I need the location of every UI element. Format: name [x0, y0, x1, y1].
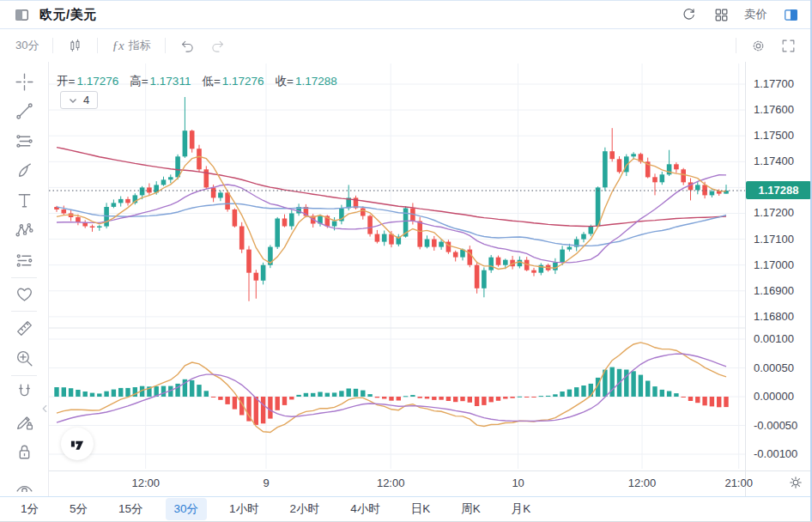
price-axis-label: 1.17000: [754, 258, 794, 271]
interval-tab-6[interactable]: 4小时: [342, 498, 389, 520]
trend-line-tool[interactable]: [9, 97, 39, 127]
time-axis-label: 10: [512, 476, 524, 489]
interval-tab-8[interactable]: 周K: [452, 498, 489, 520]
undo-icon[interactable]: [173, 34, 203, 58]
fullscreen-icon[interactable]: [773, 34, 803, 58]
toolbar-divider: [97, 38, 98, 53]
grid-lines: [49, 64, 745, 469]
interval-tab-5[interactable]: 2小时: [282, 498, 329, 520]
time-axis-label: 12:00: [131, 476, 160, 489]
interval-tab-1[interactable]: 5分: [61, 498, 96, 520]
ohlc-legend: 开=1.17276高=1.17311低=1.17276收=1.17288: [57, 74, 337, 89]
sidebar-divider: [11, 311, 37, 312]
last-price-badge: 1.17288: [746, 181, 811, 199]
macd-axis-label: 0.00000: [754, 390, 794, 403]
grid-layout-icon[interactable]: [712, 5, 730, 24]
price-axis-label: 1.17200: [754, 206, 794, 219]
legend-low: 低=1.17276: [202, 74, 264, 89]
window-top-border: [0, 0, 812, 1]
zoom-in-tool[interactable]: [9, 343, 39, 373]
price-axis-border: [745, 62, 746, 496]
macd-axis-label: -0.00100: [754, 447, 797, 460]
drawing-tools-sidebar: [0, 62, 49, 496]
price-axis-label: 1.17700: [754, 77, 794, 90]
candles-layer: [54, 97, 729, 301]
time-axis-border: [49, 470, 812, 471]
toolbar-divider: [736, 38, 736, 53]
time-axis-label: 21:00: [724, 476, 753, 489]
brush-tool[interactable]: [9, 156, 39, 186]
sidebar-collapse-chevron-icon[interactable]: [38, 398, 52, 421]
time-settings-icon[interactable]: [785, 472, 807, 495]
ma-count: 4: [83, 94, 89, 106]
toolbar-divider: [165, 38, 166, 53]
time-axis-label: 12:00: [377, 476, 405, 489]
toolbar-divider: [52, 38, 53, 53]
symbol-header: 欧元/美元 卖价: [0, 1, 812, 29]
price-axis-label: 1.17100: [754, 233, 794, 246]
interval-selector[interactable]: 30分: [9, 34, 45, 57]
interval-tab-3[interactable]: 30分: [166, 498, 208, 520]
macd-axis-label: -0.00050: [754, 419, 797, 432]
candle-style-icon[interactable]: [60, 34, 90, 58]
sell-price-label: 卖价: [744, 7, 767, 22]
chart-toolbar: 30分 ƒx 指标: [0, 29, 812, 62]
pencil-lock-tool[interactable]: [9, 407, 39, 437]
legend-open: 开=1.17276: [57, 74, 118, 89]
price-axis-label: 1.16800: [754, 310, 794, 323]
tradingview-logo[interactable]: [61, 428, 94, 460]
price-axis-label: 1.17500: [754, 129, 794, 142]
left-panel-toggle-icon[interactable]: [12, 5, 31, 24]
sidebar-divider: [11, 277, 37, 278]
price-axis-label: 1.17400: [754, 155, 794, 167]
fx-icon: ƒx: [112, 39, 124, 53]
eye-tool[interactable]: [9, 466, 39, 496]
fib-lines-tool[interactable]: [9, 126, 39, 156]
time-axis-label: 9: [263, 476, 269, 489]
macd-axis-label: 0.00050: [754, 361, 794, 374]
symbol-title: 欧元/美元: [39, 7, 97, 23]
interval-tab-9[interactable]: 月K: [503, 498, 540, 520]
position-tool[interactable]: [9, 246, 39, 276]
price-axis-label: 1.17600: [754, 103, 794, 116]
gear-icon[interactable]: [743, 34, 773, 58]
ma-settings-dropdown[interactable]: 4: [60, 91, 98, 109]
heart-tool[interactable]: [9, 280, 39, 310]
interval-tab-7[interactable]: 日K: [403, 498, 439, 520]
refresh-icon[interactable]: [679, 5, 698, 24]
interval-tab-bar: 1分5分15分30分1小时2小时4小时日K周K月K: [0, 496, 812, 521]
sidebar-divider: [11, 375, 37, 376]
interval-tab-2[interactable]: 15分: [110, 498, 152, 520]
indicators-label: 指标: [129, 38, 151, 53]
price-axis-label: 1.16900: [754, 284, 794, 297]
chevron-down-icon: [69, 97, 77, 104]
indicators-button[interactable]: ƒx 指标: [105, 34, 157, 57]
text-tool[interactable]: [9, 186, 39, 216]
time-axis-label: 12:00: [628, 476, 657, 489]
lock-tool[interactable]: [9, 437, 39, 467]
macd-axis-label: 0.00100: [754, 332, 794, 345]
magnet-tool[interactable]: [9, 377, 39, 407]
interval-tab-4[interactable]: 1小时: [221, 498, 268, 520]
ruler-tool[interactable]: [9, 313, 39, 343]
crosshair-tool[interactable]: [9, 67, 39, 97]
legend-high: 高=1.17311: [130, 74, 191, 89]
xabcd-pattern-tool[interactable]: [9, 215, 39, 246]
ma-lines-layer: [57, 148, 726, 270]
right-panel-toggle-icon[interactable]: [781, 5, 800, 24]
tradingview-mark-icon: [69, 435, 86, 452]
legend-close: 收=1.17288: [276, 74, 337, 89]
redo-icon[interactable]: [203, 34, 233, 58]
interval-tab-0[interactable]: 1分: [12, 498, 47, 520]
